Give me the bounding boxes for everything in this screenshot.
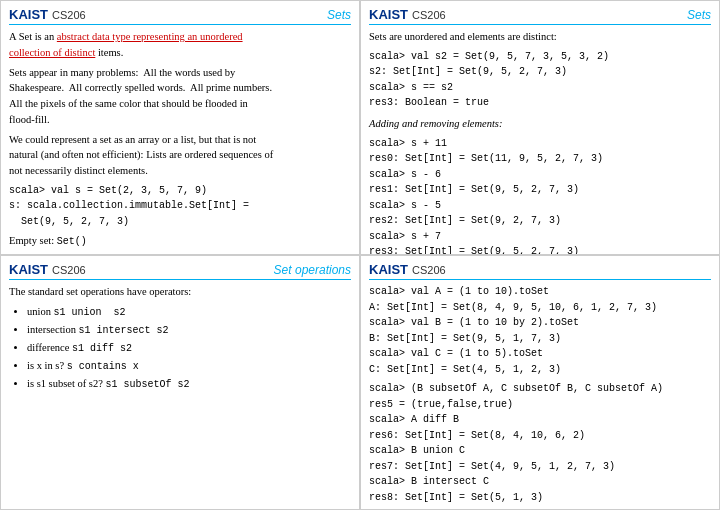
code-block-1: scala> val s = Set(2, 3, 5, 7, 9) s: sca…	[9, 183, 351, 230]
panel-bottom-right: KAIST CS206 scala> val A = (1 to 10).toS…	[360, 255, 720, 510]
panel-body-1: A Set is an abstract data type represent…	[9, 29, 351, 249]
panel-title-2: Sets	[687, 8, 711, 22]
panel-header-top-left: KAIST CS206 Sets	[9, 7, 351, 25]
unordered-distinct: Sets are unordered and elements are dist…	[369, 29, 711, 45]
list-item-diff: difference s1 diff s2	[27, 340, 351, 356]
highlight-collection: collection of distinct	[9, 47, 95, 58]
diff-label: difference	[27, 342, 72, 353]
code-block-3: scala> s + 11 res0: Set[Int] = Set(11, 9…	[369, 136, 711, 256]
panel-top-left: KAIST CS206 Sets A Set is an abstract da…	[0, 0, 360, 255]
union-code: s1 union s2	[54, 307, 126, 318]
kaist-logo-4: KAIST CS206	[369, 262, 446, 277]
panel-title-3: Set operations	[274, 263, 351, 277]
contains-label: is x in s?	[27, 360, 67, 371]
panel-title-1: Sets	[327, 8, 351, 22]
intro-paragraph-1: A Set is an abstract data type represent…	[9, 29, 351, 61]
union-label: union	[27, 306, 54, 317]
kaist-brand-2: KAIST	[369, 7, 408, 22]
list-item-subset: is s1 subset of s2? s1 subsetOf s2	[27, 376, 351, 392]
intro-paragraph-3: We could represent a set as an array or …	[9, 132, 351, 179]
kaist-logo-2: KAIST CS206	[369, 7, 446, 22]
list-item-intersect: intersection s1 intersect s2	[27, 322, 351, 338]
kaist-logo-1: KAIST CS206	[9, 7, 86, 22]
course-number-3: CS206	[52, 264, 86, 276]
set-ops-intro: The standard set operations have operato…	[9, 284, 351, 300]
contains-code: s contains x	[67, 361, 139, 372]
course-number-1: CS206	[52, 9, 86, 21]
kaist-logo-3: KAIST CS206	[9, 262, 86, 277]
code-block-5: scala> (B subsetOf A, C subsetOf B, C su…	[369, 381, 711, 505]
code-block-4: scala> val A = (1 to 10).toSet A: Set[In…	[369, 284, 711, 377]
empty-set-code: Set()	[57, 236, 87, 247]
intersect-label: intersection	[27, 324, 79, 335]
panel-body-2: Sets are unordered and elements are dist…	[369, 29, 711, 255]
panel-header-bottom-right: KAIST CS206	[369, 262, 711, 280]
course-number-4: CS206	[412, 264, 446, 276]
list-item-contains: is x in s? s contains x	[27, 358, 351, 374]
empty-set-label: Empty set: Set()	[9, 233, 351, 249]
kaist-brand-3: KAIST	[9, 262, 48, 277]
subset-code: s1 subsetOf s2	[105, 379, 189, 390]
panel-body-3: The standard set operations have operato…	[9, 284, 351, 392]
subset-label: is s1 subset of s2?	[27, 378, 105, 389]
panel-header-top-right: KAIST CS206 Sets	[369, 7, 711, 25]
panel-body-4: scala> val A = (1 to 10).toSet A: Set[In…	[369, 284, 711, 505]
code-block-2: scala> val s2 = Set(9, 5, 7, 3, 5, 3, 2)…	[369, 49, 711, 111]
panel-bottom-left: KAIST CS206 Set operations The standard …	[0, 255, 360, 510]
set-ops-list: union s1 union s2 intersection s1 inters…	[9, 304, 351, 392]
kaist-brand-4: KAIST	[369, 262, 408, 277]
panel-top-right: KAIST CS206 Sets Sets are unordered and …	[360, 0, 720, 255]
panel-header-bottom-left: KAIST CS206 Set operations	[9, 262, 351, 280]
diff-code: s1 diff s2	[72, 343, 132, 354]
intro-paragraph-2: Sets appear in many problems: All the wo…	[9, 65, 351, 128]
course-number-2: CS206	[412, 9, 446, 21]
adding-removing-heading: Adding and removing elements:	[369, 116, 711, 132]
kaist-brand-1: KAIST	[9, 7, 48, 22]
list-item-union: union s1 union s2	[27, 304, 351, 320]
intersect-code: s1 intersect s2	[79, 325, 169, 336]
highlight-abstract: abstract data type representing an unord…	[57, 31, 243, 42]
